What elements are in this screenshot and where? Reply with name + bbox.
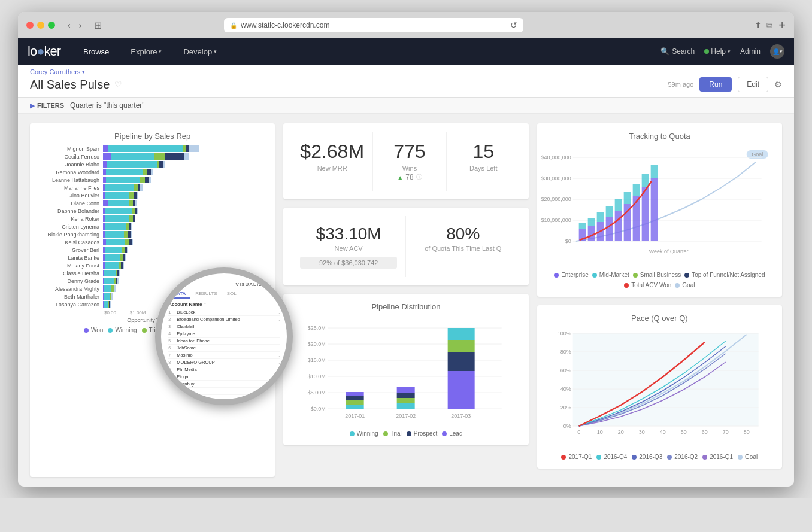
svg-rect-14 [346, 396, 364, 400]
list-item: 7Masimo... [168, 352, 280, 359]
svg-rect-47 [614, 211, 622, 241]
magnifier-tab-data[interactable]: DATA [168, 290, 190, 299]
tabs-button[interactable]: ⧉ [766, 20, 772, 31]
filters-toggle[interactable]: ▶ FILTERS [30, 102, 64, 110]
close-button[interactable] [26, 22, 34, 29]
bar-won [103, 153, 111, 160]
legend-prospect: Prospect [407, 430, 437, 437]
svg-rect-19 [397, 387, 415, 393]
svg-text:$5.00M: $5.00M [308, 390, 326, 396]
run-button[interactable]: Run [699, 77, 732, 92]
bar-lead [135, 215, 136, 222]
svg-rect-40 [578, 223, 586, 229]
magnifier-rows: 1BlueLock...2Broadband Comparison Limite… [168, 309, 280, 405]
viz-label: VISUALIZATION [168, 282, 280, 287]
svg-text:0%: 0% [563, 423, 571, 429]
list-item: 10Pingar... [168, 373, 280, 381]
new-acv-label: New ACV [300, 245, 397, 252]
svg-rect-56 [650, 165, 658, 178]
help-button[interactable]: Help ▾ [704, 47, 731, 56]
dash-actions: 59m ago Run Edit ⚙ [668, 77, 782, 92]
svg-rect-20 [448, 371, 475, 409]
left-column: $2.68M New MRR 775 Wins ▲ 78 ⓘ [283, 123, 528, 469]
settings-icon[interactable]: ⚙ [774, 80, 782, 89]
svg-text:60: 60 [701, 429, 707, 435]
table-row: Kelsi Casados [38, 239, 266, 245]
bar-winning [105, 192, 129, 199]
header-right: 🔍 Search Help ▾ Admin 👤 ▾ [660, 44, 784, 59]
bar-lead [119, 270, 120, 276]
url-text: www.static-c.lookercdn.com [241, 21, 329, 29]
bar-lead [110, 301, 111, 308]
table-row: Jina Bouvier [38, 192, 266, 199]
edit-button[interactable]: Edit [738, 77, 768, 92]
new-tab-button[interactable]: + [778, 19, 786, 32]
svg-rect-50 [623, 192, 631, 204]
magnifier-container: VISUALIZATION DATA RESULTS SQL Account N… [155, 267, 293, 405]
magnifier-tab-results[interactable]: RESULTS [190, 290, 222, 299]
lock-icon: 🔒 [230, 22, 237, 29]
magnifier-glass: VISUALIZATION DATA RESULTS SQL Account N… [155, 267, 293, 405]
svg-text:2017-02: 2017-02 [396, 413, 416, 419]
pipeline-dist-panel: Pipeline Distribution $25.0M $20.0M $15.… [283, 294, 528, 445]
quota-pct-label: of Quota This Time Last Q [414, 245, 512, 252]
svg-rect-18 [397, 393, 415, 398]
breadcrumb[interactable]: Corey Carruthers ▾ [30, 68, 782, 75]
dashboard-grid: $2.68M New MRR 775 Wins ▲ 78 ⓘ [30, 123, 782, 477]
legend-tof: Top of Funnel/Not Assigned [684, 272, 765, 278]
bar-lead [131, 231, 132, 238]
bar-lead [131, 223, 132, 230]
quota-pct-item: 80% of Quota This Time Last Q [406, 216, 520, 277]
pipeline-rep-title: Pipeline by Sales Rep [38, 132, 266, 141]
svg-text:$20,000,000: $20,000,000 [541, 196, 571, 202]
days-left-kpi: 15 Days Left [447, 132, 520, 191]
list-item: 9Phi Media... [168, 366, 280, 373]
bar-lead [132, 239, 133, 245]
bar-winning [104, 293, 110, 300]
maximize-button[interactable] [48, 22, 55, 29]
search-button[interactable]: 🔍 Search [660, 47, 695, 56]
bar-winning [105, 215, 129, 222]
back-button[interactable]: ‹ [65, 19, 74, 31]
bar-won [103, 145, 108, 152]
bar-winning [106, 177, 140, 183]
svg-text:10: 10 [596, 429, 602, 435]
bar-trial [129, 192, 134, 199]
favorite-icon[interactable]: ♡ [114, 80, 122, 89]
tracking-panel: Tracking to Quota Goal $40,000,000 $ [537, 123, 782, 297]
legend-acv-won: Total ACV Won [624, 282, 671, 288]
minimize-button[interactable] [37, 22, 44, 29]
magnifier-tab-sql[interactable]: SQL [222, 290, 241, 299]
sidebar-toggle[interactable]: ⊞ [90, 19, 105, 32]
share-button[interactable]: ⬆ [755, 20, 762, 31]
pace-chart: 100% 80% 60% 40% 20% 0% 0 10 20 30 40 50… [546, 327, 774, 447]
info-icon[interactable]: ⓘ [416, 173, 422, 181]
bar-winning [105, 184, 134, 191]
table-row: Grover Berl [38, 247, 266, 253]
forward-button[interactable]: › [76, 19, 85, 31]
table-row: Lanita Banke [38, 254, 266, 261]
svg-text:$0: $0 [565, 238, 571, 244]
magnifier-content: VISUALIZATION DATA RESULTS SQL Account N… [161, 273, 287, 399]
svg-rect-22 [448, 340, 475, 352]
nav-arrows: ‹ › [65, 19, 84, 31]
days-left-label: Days Left [455, 165, 512, 172]
nav-develop[interactable]: Develop ▾ [178, 45, 222, 59]
wins-value: 775 [381, 141, 438, 162]
nav-browse[interactable]: Browse [78, 45, 114, 59]
reload-button[interactable]: ↺ [510, 20, 517, 30]
bar-winning [105, 208, 132, 214]
admin-button[interactable]: Admin [740, 47, 761, 56]
legend-2016q4: 2016-Q4 [596, 454, 627, 460]
bar-lead [163, 161, 165, 168]
avatar[interactable]: 👤 ▾ [770, 44, 784, 59]
svg-text:100%: 100% [557, 330, 571, 336]
new-mrr-kpi: $2.68M New MRR [292, 132, 373, 191]
bar-winning [105, 223, 126, 230]
quota-pct-value: 80% [414, 224, 512, 244]
nav-explore[interactable]: Explore ▾ [126, 45, 166, 59]
svg-text:2017-03: 2017-03 [451, 413, 471, 419]
bar-lead [135, 200, 137, 206]
svg-rect-55 [650, 178, 658, 241]
bar-lead [111, 293, 113, 300]
